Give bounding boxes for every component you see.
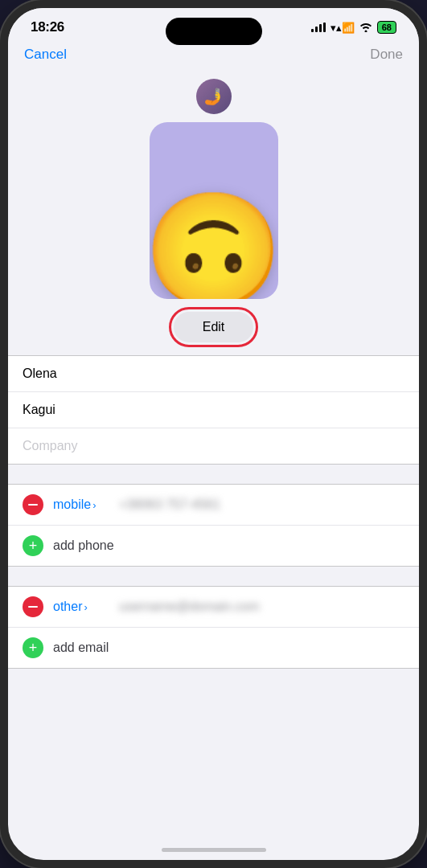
- cancel-button[interactable]: Cancel: [24, 47, 67, 63]
- first-name-input[interactable]: [23, 366, 404, 381]
- phone-label-chevron: ›: [92, 499, 96, 511]
- email-rows: other › username@domain.com add email: [8, 586, 419, 669]
- add-phone-label: add phone: [53, 538, 404, 553]
- remove-email-button[interactable]: [23, 596, 43, 617]
- phone-rows: mobile › +38063 757-4561 add phone: [8, 484, 419, 567]
- phone-section: mobile › +38063 757-4561 add phone: [8, 484, 419, 567]
- memoji-avatar: 🙃: [150, 194, 278, 299]
- email-row: other › username@domain.com: [8, 587, 419, 628]
- company-field[interactable]: [8, 428, 419, 464]
- email-label[interactable]: other ›: [53, 600, 109, 614]
- phone-label[interactable]: mobile ›: [53, 497, 109, 512]
- status-icons: ▾▴📶 68: [311, 21, 396, 34]
- wifi-icon: ▾▴📶: [331, 22, 355, 34]
- done-button[interactable]: Done: [370, 47, 403, 63]
- add-email-button[interactable]: [23, 637, 43, 658]
- memoji-card[interactable]: 🙃: [150, 122, 278, 299]
- email-section: other › username@domain.com add email: [8, 586, 419, 669]
- signal-icon: [311, 23, 326, 32]
- svg-point-0: [364, 31, 367, 33]
- contact-form: [8, 355, 419, 465]
- remove-phone-button[interactable]: [23, 494, 43, 515]
- phone-value: +38063 757-4561: [119, 497, 404, 512]
- add-email-row[interactable]: add email: [8, 628, 419, 668]
- email-value: username@domain.com: [119, 600, 404, 614]
- phone-frame: 18:26 ▾▴📶 68 Cancel Done 🤳 🙃: [0, 0, 427, 868]
- home-indicator: [162, 848, 266, 852]
- company-input[interactable]: [23, 439, 404, 453]
- edit-button[interactable]: Edit: [174, 312, 254, 342]
- add-phone-row[interactable]: add phone: [8, 526, 419, 566]
- dynamic-island: [166, 18, 262, 45]
- battery-icon: 68: [377, 21, 396, 34]
- first-name-field[interactable]: [8, 356, 419, 392]
- last-name-input[interactable]: [23, 403, 404, 417]
- wifi-icon: [359, 23, 372, 32]
- email-label-chevron: ›: [84, 601, 87, 613]
- edit-button-container: Edit: [174, 312, 254, 342]
- last-name-field[interactable]: [8, 392, 419, 428]
- contact-photo[interactable]: 🤳: [196, 79, 232, 114]
- add-phone-button[interactable]: [23, 535, 43, 556]
- status-time: 18:26: [31, 19, 64, 35]
- avatar-section: 🤳 🙃 Edit: [8, 71, 419, 355]
- phone-row: mobile › +38063 757-4561: [8, 485, 419, 526]
- add-email-label: add email: [53, 641, 404, 655]
